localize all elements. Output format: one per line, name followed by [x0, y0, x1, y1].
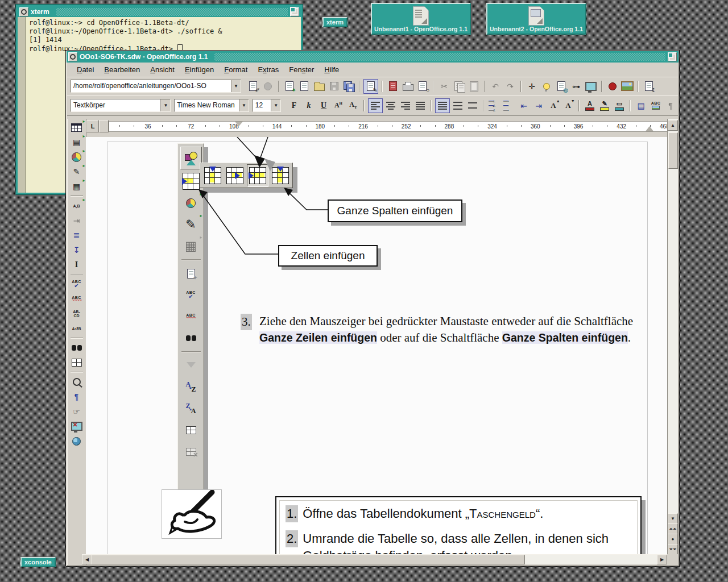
font-size-combobox[interactable]: 12 ▼ [253, 99, 281, 112]
url-value[interactable]: /home/rolf/openoffice/anleitungen/OOo1-S… [71, 80, 231, 92]
navigator-icon[interactable]: ✛ [525, 80, 539, 93]
zoom-icon[interactable] [69, 375, 84, 389]
increase-font-icon[interactable]: A▲ [547, 99, 560, 113]
numbering-on-icon[interactable]: 1.2.3. [487, 99, 501, 113]
paragraph-style-combobox[interactable]: Textkörper ▼ [71, 99, 171, 112]
paragraph-background-icon[interactable]: ▭ [613, 99, 626, 113]
align-left-icon[interactable] [368, 98, 383, 113]
page-preview-icon[interactable]: ○ [416, 80, 429, 93]
draw-functions-icon[interactable]: ✎ [69, 165, 84, 178]
menu-extras[interactable]: Extras [253, 64, 284, 76]
previous-page-button[interactable]: ⏶⏶ [668, 523, 678, 534]
underline-icon[interactable]: U [317, 99, 330, 113]
window-menu-button[interactable] [68, 52, 77, 61]
edit-file-icon[interactable]: ✎ [363, 79, 378, 94]
chevron-down-icon[interactable]: ▼ [231, 80, 241, 92]
horizontal-scrollbar-thumb[interactable] [92, 555, 525, 564]
graphics-on-off-icon[interactable]: ▤ [634, 99, 648, 113]
copy-icon[interactable] [452, 80, 466, 93]
cut-icon[interactable]: ✂ [437, 80, 451, 93]
align-right-icon[interactable] [399, 99, 412, 113]
chevron-down-icon[interactable]: ▼ [160, 99, 170, 111]
menu-ansicht[interactable]: Ansicht [145, 64, 180, 76]
text-replace-icon[interactable]: ABC [649, 99, 663, 113]
spellcheck-icon[interactable]: ABC✔ [181, 285, 201, 305]
autospellcheck-icon[interactable]: ABC~~~~ [69, 292, 84, 306]
close-preview-icon[interactable]: ✕ [69, 419, 84, 433]
insert-chart-icon[interactable] [181, 193, 201, 213]
autofilter-icon[interactable] [181, 356, 201, 375]
form-functions-icon[interactable]: ▦ [69, 180, 84, 193]
form-icon[interactable]: ▦ [181, 236, 201, 256]
stylist-icon[interactable] [540, 80, 553, 93]
document-area[interactable]: ✎▦✦ABC✔ABC~~~~A↘ZZ↘A✕ Ganze Spalten einf… [86, 137, 667, 554]
numbering-rules-icon[interactable]: ≣ [69, 228, 84, 242]
stop-loading-icon[interactable] [261, 80, 275, 93]
indent-marker[interactable] [235, 122, 243, 131]
spellcheck-icon[interactable]: ABC✔ [69, 277, 84, 291]
new-document-icon[interactable] [297, 80, 311, 93]
hyphenation-icon[interactable]: AB- CD [69, 307, 84, 321]
right-indent-marker[interactable] [646, 122, 653, 131]
font-color-icon[interactable]: A [583, 99, 597, 113]
find-icon[interactable] [181, 329, 201, 348]
increase-indent-icon[interactable]: ⇥ [532, 99, 545, 113]
scroll-down-button[interactable]: ▼ [668, 513, 678, 524]
bullets-on-icon[interactable]: ••• [502, 99, 516, 113]
scroll-up-button[interactable]: ▲ [668, 120, 678, 131]
new-from-template-icon[interactable]: ✦ [283, 80, 296, 93]
menu-fenster[interactable]: Fenster [284, 64, 319, 76]
online-layout-icon[interactable] [69, 434, 84, 448]
gallery-icon[interactable]: ◍ [555, 80, 568, 93]
fullscreen-icon[interactable] [584, 80, 598, 93]
italic-icon[interactable]: k [302, 99, 316, 113]
chevron-down-icon[interactable]: ▼ [271, 99, 280, 111]
insert-frame-icon[interactable]: ▤ [69, 135, 84, 149]
decrease-font-icon[interactable]: A▼ [561, 99, 575, 113]
minimized-window-unbenannt1[interactable]: Unbenannt1 - OpenOffice.org 1.1 [371, 3, 471, 35]
sort-descending-icon[interactable]: Z↘A [181, 399, 201, 418]
find-replace-icon[interactable] [69, 341, 84, 355]
horizontal-ruler[interactable]: 3672108144180216252288324360396432468 [109, 121, 668, 132]
record-changes-icon[interactable] [606, 80, 619, 93]
menu-hilfe[interactable]: Hilfe [319, 64, 344, 76]
navigation-button[interactable]: ● [668, 534, 678, 544]
font-name-combobox[interactable]: Times New Roman ▼ [174, 99, 249, 112]
delete-cells-icon[interactable]: ✕ [181, 442, 201, 462]
insert-chart-icon[interactable] [69, 150, 84, 164]
align-center-icon[interactable] [384, 99, 398, 113]
scroll-left-button[interactable]: ◀ [82, 555, 92, 564]
minimized-window-unbenannt2[interactable]: Unbenannt2 - OpenOffice.org 1.1 [486, 3, 586, 35]
autospellcheck-icon[interactable]: ABC~~~~ [181, 307, 201, 326]
vertical-scrollbar-thumb[interactable] [668, 132, 678, 169]
menu-bearbeiten[interactable]: Bearbeiten [99, 64, 145, 76]
autotext-icon[interactable]: ✦ [181, 264, 201, 283]
step-3-paragraph[interactable]: 3. Ziehe den Mauszeiger bei gedrückter M… [241, 313, 639, 346]
url-combobox[interactable]: /home/rolf/openoffice/anleitungen/OOo1-S… [71, 80, 241, 93]
direct-cursor-icon[interactable]: I [69, 258, 84, 272]
insert-table-icon[interactable] [69, 120, 84, 134]
line-spacing-15-icon[interactable] [451, 99, 465, 113]
maximize-button[interactable] [668, 52, 677, 61]
draw-icon[interactable]: ✎ [181, 215, 201, 234]
form-navigator-icon[interactable]: ↥ [642, 80, 656, 93]
redo-icon[interactable]: ↷ [503, 80, 517, 93]
nonprinting-characters-icon[interactable]: ¶ [69, 390, 84, 404]
align-justify-icon[interactable] [413, 99, 427, 113]
instruction-box[interactable]: 1.Öffne das Tabellendokument „Taschengel… [275, 496, 642, 554]
insert-object-icon[interactable] [180, 147, 202, 169]
line-spacing-1-icon[interactable] [435, 98, 450, 113]
window-titlebar[interactable]: OOo1-SO6-TK.sdw - OpenOffice.org 1.1 [67, 51, 679, 63]
export-pdf-icon[interactable] [386, 80, 400, 93]
scroll-right-button[interactable]: ▶ [657, 555, 667, 564]
decrease-indent-icon[interactable]: ⇤ [517, 99, 531, 113]
formatting-marks-icon[interactable]: ¶ [664, 99, 677, 113]
superscript-icon[interactable]: AH [332, 99, 345, 113]
maximize-button[interactable] [290, 7, 299, 16]
xterm-scrollbar[interactable] [18, 17, 26, 193]
bold-icon[interactable]: F [287, 99, 301, 113]
paste-icon[interactable] [467, 80, 481, 93]
xterm-titlebar[interactable]: xterm [18, 6, 301, 17]
menu-format[interactable]: Format [219, 64, 253, 76]
gallery-picture-icon[interactable] [621, 80, 634, 93]
